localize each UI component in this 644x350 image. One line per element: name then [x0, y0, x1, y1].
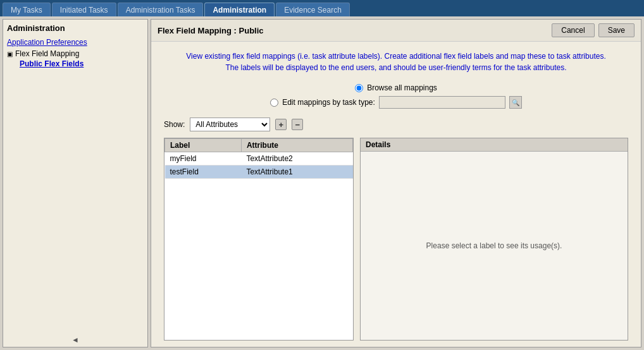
content-panel: Flex Field Mapping : Public Cancel Save …: [151, 19, 641, 347]
tab-evidence-search[interactable]: Evidence Search: [276, 3, 350, 16]
col-attribute: Attribute: [241, 139, 352, 152]
tab-my-tasks[interactable]: My Tasks: [3, 3, 51, 16]
sidebar-section-flex-field: ▣ Flex Field Mapping: [7, 49, 144, 58]
show-bar: Show: All Attributes Text Attributes Num…: [151, 114, 641, 135]
table-details-area: Label Attribute myFieldTextAttribute2tes…: [151, 135, 641, 347]
header-buttons: Cancel Save: [552, 23, 635, 37]
tab-initiated-tasks[interactable]: Initiated Tasks: [52, 3, 116, 16]
task-type-input[interactable]: [379, 96, 505, 109]
mappings-table: Label Attribute myFieldTextAttribute2tes…: [164, 138, 353, 179]
content-title: Flex Field Mapping : Public: [158, 26, 264, 35]
description-area: View existing flex field mappings (i.e. …: [151, 42, 641, 78]
browse-icon: 🔍: [512, 99, 519, 106]
cancel-button[interactable]: Cancel: [552, 23, 594, 37]
details-empty-message: Please select a label to see its usage(s…: [426, 241, 562, 250]
remove-icon: −: [295, 120, 300, 130]
mappings-table-container: Label Attribute myFieldTextAttribute2tes…: [164, 138, 354, 341]
cell-label: myField: [165, 152, 242, 166]
col-label: Label: [165, 139, 242, 152]
cell-label: testField: [165, 166, 242, 179]
tab-administration[interactable]: Administration: [204, 3, 275, 16]
sidebar: Administration Application Preferences ▣…: [3, 19, 148, 347]
scroll-arrow[interactable]: ◄: [71, 335, 79, 344]
radio-section: Browse all mappings Edit mappings by tas…: [151, 78, 641, 114]
show-select[interactable]: All Attributes Text Attributes Number At…: [190, 118, 270, 131]
details-panel: Details Please select a label to see its…: [360, 138, 628, 341]
remove-mapping-button[interactable]: −: [292, 119, 303, 130]
cell-attribute: TextAttribute2: [241, 152, 352, 166]
expand-icon[interactable]: ▣: [7, 51, 13, 57]
radio-browse-label: Browse all mappings: [367, 83, 437, 92]
sidebar-title: Administration: [7, 23, 144, 33]
add-icon: +: [279, 120, 284, 130]
radio-browse-all[interactable]: [355, 84, 363, 92]
sidebar-item-public-flex-fields[interactable]: Public Flex Fields: [20, 59, 144, 68]
radio-row-edit: Edit mappings by task type: 🔍: [270, 96, 522, 109]
show-label: Show:: [164, 120, 185, 129]
radio-edit-task-type[interactable]: [270, 99, 278, 107]
main-area: Administration Application Preferences ▣…: [0, 16, 644, 350]
task-type-browse-button[interactable]: 🔍: [509, 96, 522, 109]
details-body: Please select a label to see its usage(s…: [361, 152, 628, 340]
sidebar-item-application-preferences[interactable]: Application Preferences: [7, 38, 144, 47]
description-line2: The labels will be displayed to the end …: [164, 62, 628, 73]
cell-attribute: TextAttribute1: [241, 166, 352, 179]
tab-bar: My Tasks Initiated Tasks Administration …: [0, 0, 644, 16]
add-mapping-button[interactable]: +: [275, 119, 287, 130]
content-header: Flex Field Mapping : Public Cancel Save: [151, 20, 641, 42]
description-line1: View existing flex field mappings (i.e. …: [164, 51, 628, 62]
sidebar-subsection: Public Flex Fields: [20, 59, 144, 68]
radio-row-browse: Browse all mappings: [355, 83, 437, 92]
save-button[interactable]: Save: [598, 23, 635, 37]
radio-edit-label: Edit mappings by task type:: [282, 98, 375, 107]
table-row[interactable]: testFieldTextAttribute1: [165, 166, 353, 179]
tab-administration-tasks[interactable]: Administration Tasks: [118, 3, 204, 16]
table-row[interactable]: myFieldTextAttribute2: [165, 152, 353, 166]
details-header: Details: [361, 138, 628, 152]
